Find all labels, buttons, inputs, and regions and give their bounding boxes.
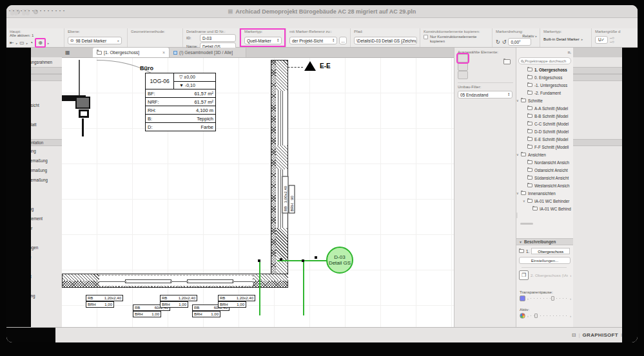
- navigator-tree-item[interactable]: A-A Schnitt (Model: [516, 104, 573, 112]
- trace-color-swatch[interactable]: [520, 295, 525, 301]
- window-grid-icon[interactable]: ▦: [65, 50, 70, 55]
- section-marker-label: E-E: [320, 62, 331, 70]
- tab-gesamtmodell[interactable]: (!) Gesamtmodell [3D / Alle]: [169, 48, 246, 57]
- navigator-tree-item[interactable]: ∨ Schnitte: [516, 97, 573, 104]
- navigator-tree-item[interactable]: C-C Schnitt (Model: [516, 120, 573, 127]
- insulation-strip: [271, 61, 276, 287]
- folder-icon: [527, 199, 532, 203]
- detail-marker[interactable]: D-03 Detail GS: [326, 247, 353, 274]
- markertyp-select[interactable]: Quell-Marker ▲▼: [244, 37, 282, 44]
- einstellungen-button[interactable]: Einstellungen...: [519, 257, 571, 264]
- infobox-ebene-section: Ebene: ⊙ 98 Detail Marker ▸: [64, 28, 128, 47]
- selection-handle[interactable]: [258, 259, 260, 262]
- selection-handle[interactable]: [315, 256, 317, 259]
- window-dimension-label[interactable]: RB1,20x2,40 BRH1,00: [86, 295, 123, 308]
- brand-block: ⊟ | GRAPHISOFT ID: [572, 332, 626, 338]
- detail-marker-name: Detail GS: [329, 260, 351, 266]
- folder-icon: [97, 51, 102, 55]
- section-marker-triangle[interactable]: [304, 61, 316, 71]
- navigator-tree-item[interactable]: ∨ Innenansichten: [516, 189, 573, 197]
- navigator-tree-item[interactable]: IA-01 WC Behind: [516, 205, 573, 212]
- folder-icon: [521, 98, 526, 102]
- folder-icon: [527, 137, 532, 141]
- window-titlebar[interactable]: ▤ Archicad Demoprojekt Bürogebäude AC 28…: [6, 5, 638, 18]
- shaft: [79, 109, 89, 118]
- opening-label-vertical[interactable]: RB3,00x2,40 BRH90: [282, 176, 293, 214]
- active-color-swatch[interactable]: [520, 313, 525, 319]
- window-band: [99, 275, 253, 286]
- folder-icon: [527, 168, 532, 172]
- marker-referenz-select[interactable]: der Projekt-Sicht ▲▼: [289, 37, 337, 44]
- navigator-tree-item[interactable]: Westansicht Ansich: [516, 182, 573, 189]
- navigator-tree-item[interactable]: 0. Erdgeschoss: [516, 73, 573, 81]
- graphisoft-logo: GRAPHISOFT: [583, 332, 618, 338]
- selection-handle[interactable]: [302, 259, 304, 262]
- info-box: Haupt: Alle aktiven: 1 ⇤▸ ▭▸ ◔ ⊕ ▸ Ebene…: [6, 28, 638, 48]
- detail-marker-id: D-03: [334, 254, 345, 260]
- navigator-tree-item[interactable]: E-E Schnitt (Model: [516, 135, 573, 143]
- navigator-tree-item[interactable]: 1. Obergeschoss: [516, 66, 573, 73]
- marker-size-options: –○–○: [610, 36, 614, 44]
- builtin-marker-dropdown[interactable]: Built-in Detail Marker: [543, 37, 580, 41]
- beschreibungen-header[interactable]: ▼ Beschreibungen: [516, 238, 573, 245]
- trace-reference-toggle[interactable]: ❐: [519, 270, 529, 280]
- marker-size-chip[interactable]: U✓: [595, 36, 608, 44]
- window-symbol: [187, 279, 233, 283]
- navigator-tree-item[interactable]: B-B Schnitt (Model: [516, 112, 573, 120]
- room-level-lower: ▼ -0,10: [174, 81, 215, 89]
- navigator-tree-item[interactable]: D-D Schnitt (Model: [516, 127, 573, 135]
- window-dimension-label[interactable]: RB1,20x2,40 BRH1,00: [218, 295, 255, 308]
- detail-id-field[interactable]: [200, 34, 236, 42]
- kopieren-checkbox[interactable]: [424, 35, 428, 39]
- folder-icon: [527, 176, 532, 180]
- navigator-tree-item[interactable]: ∨ IA-01 WC Behinder: [516, 197, 573, 205]
- navigator-tree-item[interactable]: F-F Schnitt (Modell: [516, 143, 573, 151]
- scrollbar-pill[interactable]: [520, 223, 533, 225]
- folder-icon: [527, 160, 532, 164]
- infobox-pfad-section: Pfad: \Details\D-03 Detail GS (Zeichnu: [351, 28, 420, 47]
- transparency-slider[interactable]: [531, 297, 569, 300]
- navigator-tree-item[interactable]: Ostansicht Ansicht: [516, 166, 573, 174]
- rotate-free-icon[interactable]: ↺: [502, 39, 507, 45]
- active-transparency-slider[interactable]: [531, 314, 569, 317]
- umbau-filter-select[interactable]: 05 Endzustand ▲▼: [458, 91, 512, 98]
- folder-icon: [527, 145, 532, 149]
- story-name-field[interactable]: [531, 248, 570, 254]
- tab-bar: ▦ [1. Obergeschoss] × (!) Gesamtmodell […: [62, 48, 509, 58]
- room-name: Büro: [140, 65, 216, 71]
- last-settings-icon[interactable]: ◔: [30, 40, 33, 46]
- browse-button[interactable]: ...: [339, 37, 347, 44]
- trace-story-label[interactable]: 2. Obergeschoss (\Ar: [531, 273, 568, 277]
- navigator-tree-item[interactable]: Südansicht Ansicht: [516, 174, 573, 182]
- printer-icon[interactable]: ⊟: [572, 332, 576, 338]
- navigator-menu-icon[interactable]: ≡›: [567, 50, 571, 55]
- pickup-settings-icon[interactable]: ⇤: [10, 40, 14, 46]
- layer-dropdown[interactable]: ⊙ 98 Detail Marker ▸: [68, 37, 122, 44]
- tab-obergeschoss[interactable]: [1. Obergeschoss] ×: [93, 48, 169, 57]
- rotation-angle-field[interactable]: [508, 38, 531, 46]
- archicad-app: ▤ Archicad Demoprojekt Bürogebäude AC 28…: [0, 0, 644, 356]
- navigator-tree-item[interactable]: ∨ Ansichten: [516, 151, 573, 158]
- folder-icon: [521, 191, 526, 195]
- folder-icon: [527, 68, 532, 71]
- wall-line: [82, 118, 84, 136]
- rotate-marker-icon[interactable]: ↻: [496, 39, 500, 45]
- pfad-field[interactable]: \Details\D-03 Detail GS (Zeichnu: [354, 37, 417, 44]
- eye-icon: ⊙: [70, 38, 73, 43]
- window-title: ▤ Archicad Demoprojekt Bürogebäude AC 28…: [228, 8, 416, 15]
- selection-handle[interactable]: [280, 258, 282, 261]
- detail-marker-highlight: ⊕: [35, 38, 46, 48]
- search-input[interactable]: [525, 59, 569, 63]
- favorites-preview-icon[interactable]: ▭: [19, 40, 24, 46]
- detail-marker-preview-icon[interactable]: ⊕: [38, 40, 43, 46]
- navigator-tree-item[interactable]: -1. Untergeschoss: [516, 81, 573, 89]
- column: [75, 97, 90, 109]
- drawing-canvas[interactable]: Büro 1OG-06 ▽ ±0,00 ▼ -0,10 BF:61,57 m² …: [62, 58, 509, 327]
- room-stamp[interactable]: Büro 1OG-06 ▽ ±0,00 ▼ -0,10 BF:61,57 m² …: [140, 65, 216, 131]
- navigator-tree-item[interactable]: -2. Fundament: [516, 89, 573, 97]
- close-tab-icon[interactable]: ×: [162, 50, 165, 55]
- wall-window-1: [278, 91, 283, 145]
- navigator-tree-item[interactable]: Nordansicht Ansich: [516, 158, 573, 166]
- application-window: ▤ Archicad Demoprojekt Bürogebäude AC 28…: [6, 5, 638, 342]
- favorites-folder-icon[interactable]: [503, 59, 511, 64]
